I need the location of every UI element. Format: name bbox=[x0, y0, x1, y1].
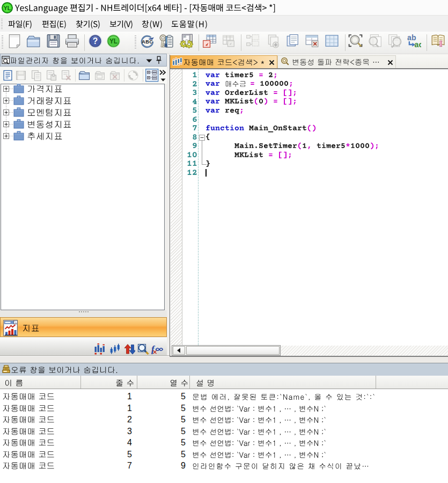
svg-text:ac: ac bbox=[415, 40, 421, 48]
svg-text:?: ? bbox=[93, 36, 98, 46]
svg-text:ABC: ABC bbox=[142, 39, 153, 45]
svg-text:YL: YL bbox=[4, 5, 11, 11]
svg-text:YL: YL bbox=[109, 38, 117, 45]
